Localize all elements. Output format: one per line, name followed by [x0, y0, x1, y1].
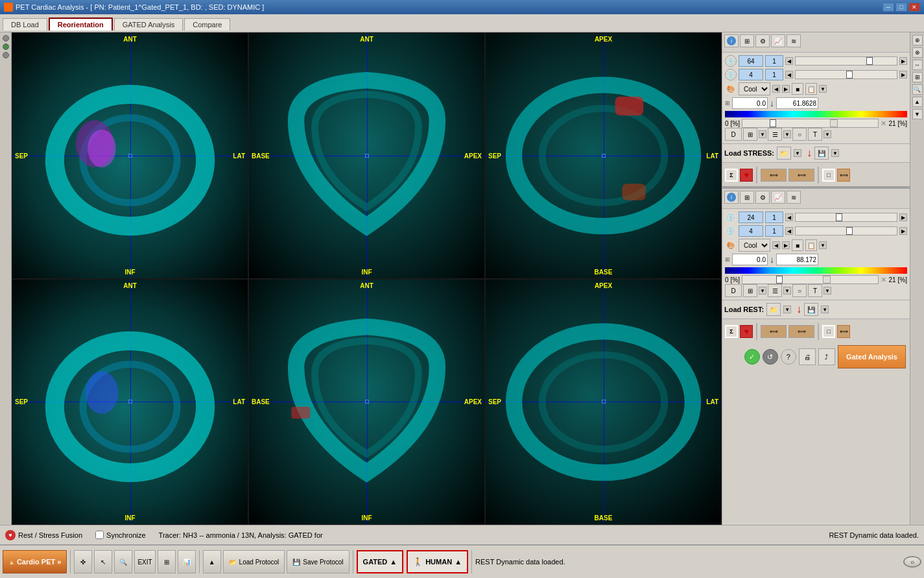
rest-val2-input[interactable]: 4 — [739, 225, 763, 237]
stress-d-btn[interactable]: D — [725, 128, 742, 141]
rest-action-btn1[interactable]: ⟺ — [761, 325, 787, 338]
outer-btn4[interactable]: ⊞ — [912, 72, 923, 82]
rest-heart-btn[interactable]: ♥ — [740, 325, 753, 338]
tab-compare[interactable]: Compare — [184, 18, 230, 30]
stress-action-btn3[interactable]: □ — [822, 169, 835, 182]
rest-slider2[interactable] — [795, 226, 897, 235]
rest-cm-btn2[interactable]: 📋 — [805, 239, 817, 251]
rest-colormap-select[interactable]: Cool — [739, 239, 770, 252]
stress-slider1[interactable] — [795, 56, 897, 66]
rest-text-dropdown[interactable]: ▼ — [823, 287, 831, 295]
stress-table-btn[interactable]: ☰ — [768, 128, 782, 141]
rest-action-btn4[interactable]: ⟺ — [837, 325, 850, 338]
rest-range-handle[interactable] — [823, 276, 831, 283]
rest-cm-left[interactable]: ◀ — [772, 241, 780, 249]
stress-slider2[interactable] — [795, 70, 897, 79]
stress-cm-left[interactable]: ◀ — [772, 85, 780, 93]
rest-value1-input[interactable]: 0.0 — [732, 254, 768, 265]
rest-pos2-input[interactable]: 1 — [765, 225, 783, 237]
stress-cm-right[interactable]: ▶ — [782, 85, 790, 93]
stress-heart-btn[interactable]: ♥ — [740, 169, 753, 182]
outer-btn7[interactable]: ▼ — [912, 109, 923, 119]
load-stress-folder-btn[interactable]: 📁 — [777, 147, 791, 160]
stress-wave-btn[interactable]: ≋ — [787, 34, 801, 47]
stress-circle-btn[interactable]: ○ — [792, 128, 807, 141]
tb-exit-btn[interactable]: EXIT — [134, 550, 155, 573]
gated-analysis-button[interactable]: Gated Analysis — [838, 345, 906, 368]
synchronize-checkbox[interactable] — [95, 531, 104, 539]
stress-range-thumb[interactable] — [770, 119, 776, 127]
maximize-button[interactable]: □ — [895, 3, 907, 12]
rest-left-arrow2[interactable]: ◀ — [785, 227, 793, 235]
tb-up-btn[interactable]: ▲ — [203, 550, 221, 573]
tb-chart-btn[interactable]: 📊 — [178, 550, 196, 573]
question-btn[interactable]: ? — [781, 349, 796, 365]
stress-val2-input[interactable]: 4 — [739, 69, 763, 80]
outer-btn5[interactable]: 🔍 — [912, 84, 923, 95]
stress-action-btn4[interactable]: ⟺ — [837, 169, 850, 182]
stress-colormap-select[interactable]: Cool — [739, 82, 770, 95]
stress-value1-input[interactable]: 0.0 — [732, 97, 768, 109]
rest-action-btn3[interactable]: □ — [822, 325, 835, 338]
load-stress-dropdown[interactable]: ▼ — [794, 149, 801, 157]
stress-pos2-input[interactable]: 1 — [765, 69, 783, 80]
rest-chart-btn[interactable]: 📈 — [771, 191, 785, 204]
rest-cm-dropdown[interactable]: ▼ — [819, 241, 827, 249]
rest-info-btn[interactable]: i — [724, 191, 739, 204]
rest-left-arrow1[interactable]: ◀ — [785, 213, 793, 221]
rest-range-x[interactable]: ✕ — [881, 276, 886, 284]
rest-thumb2[interactable] — [846, 227, 853, 235]
outer-btn6[interactable]: ▲ — [912, 97, 923, 107]
load-rest-dropdown[interactable]: ▼ — [783, 306, 791, 313]
human-selector-button[interactable]: 🚶 HUMAN ▲ — [407, 550, 468, 573]
rest-d-btn[interactable]: D — [725, 284, 742, 297]
save-protocol-button[interactable]: 💾 Save Protocol — [287, 550, 349, 573]
stress-left-arrow1[interactable]: ◀ — [785, 57, 793, 65]
rest-grid2-btn[interactable]: ⊞ — [743, 284, 757, 297]
image-cell-sa-stress[interactable]: ANT SEP LAT INF — [12, 32, 248, 279]
tab-reorientation[interactable]: Reorientation — [49, 18, 113, 30]
stress-info-btn[interactable]: i — [724, 34, 739, 47]
rest-seg-sum-btn[interactable]: Σ — [725, 325, 738, 338]
minimize-button[interactable]: ─ — [883, 3, 894, 12]
stress-settings-btn[interactable]: ⚙ — [755, 34, 770, 47]
stress-cm-btn1[interactable]: ■ — [792, 83, 803, 95]
load-rest-save-btn[interactable]: 💾 — [804, 303, 818, 316]
stress-grid2-btn[interactable]: ⊞ — [743, 128, 757, 141]
circle-reload-btn[interactable]: ↺ — [763, 349, 778, 365]
stress-right-arrow2[interactable]: ▶ — [899, 71, 907, 78]
image-cell-hla-rest[interactable]: APEX SEP LAT BASE — [485, 279, 722, 525]
rest-right-arrow2[interactable]: ▶ — [899, 227, 907, 235]
tb-zoom-btn[interactable]: 🔍 — [114, 550, 132, 573]
tb-pointer-btn[interactable]: ↖ — [94, 550, 112, 573]
gated-selector-button[interactable]: GATED ▲ — [357, 550, 404, 573]
stress-grid2-dropdown[interactable]: ▼ — [759, 130, 766, 138]
load-protocol-button[interactable]: 📂 Load Protocol — [223, 550, 285, 573]
image-cell-hla-stress[interactable]: APEX SEP LAT BASE — [485, 32, 722, 279]
load-rest-save-dropdown[interactable]: ▼ — [821, 306, 829, 313]
rest-wave-btn[interactable]: ≋ — [787, 191, 801, 204]
rest-table-dropdown[interactable]: ▼ — [783, 287, 791, 295]
stress-left-arrow2[interactable]: ◀ — [785, 71, 793, 78]
rest-table-btn[interactable]: ☰ — [768, 284, 782, 297]
rest-text-btn[interactable]: T — [808, 284, 822, 297]
cardio-pet-button[interactable]: ▲ Cardio PET » — [3, 550, 67, 573]
stress-cm-dropdown[interactable]: ▼ — [819, 85, 827, 93]
load-stress-save-dropdown[interactable]: ▼ — [831, 149, 839, 157]
load-rest-folder-btn[interactable]: 📁 — [766, 303, 781, 316]
tb-cursor-btn[interactable]: ✜ — [74, 550, 92, 573]
checkmark-btn[interactable]: ✓ — [744, 349, 760, 365]
image-cell-sa-rest[interactable]: ANT SEP LAT INF — [12, 279, 248, 525]
load-stress-save-btn[interactable]: 💾 — [814, 147, 829, 160]
stress-right-arrow1[interactable]: ▶ — [899, 57, 907, 65]
rest-circle-btn[interactable]: ○ — [792, 284, 807, 297]
stress-thumb1[interactable] — [866, 57, 873, 65]
rest-pos1-input[interactable]: 1 — [765, 211, 783, 223]
rest-action-btn2[interactable]: ⟺ — [788, 325, 814, 338]
rest-right-arrow1[interactable]: ▶ — [899, 213, 907, 221]
outer-btn3[interactable]: ↔ — [912, 60, 923, 70]
rest-settings-btn[interactable]: ⚙ — [755, 191, 770, 204]
rest-range-slider[interactable] — [742, 275, 879, 284]
rest-cm-btn1[interactable]: ■ — [792, 239, 803, 251]
stress-val1-input[interactable]: 64 — [739, 55, 763, 67]
